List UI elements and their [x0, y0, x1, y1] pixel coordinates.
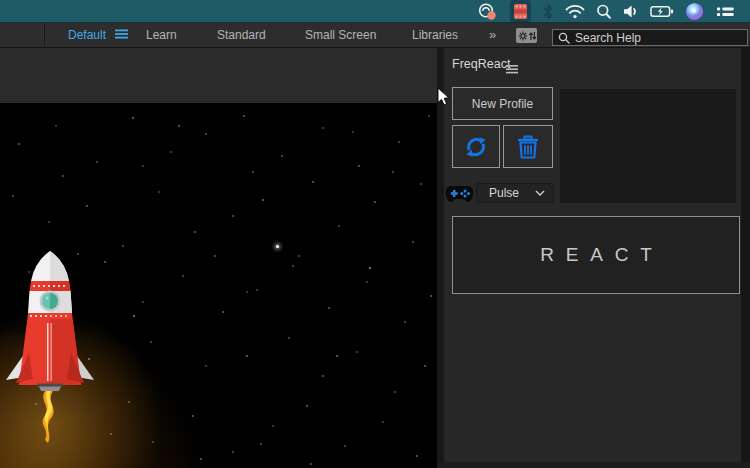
tab-small-screen[interactable]: Small Screen	[305, 23, 376, 48]
star	[142, 165, 144, 167]
star	[152, 441, 154, 443]
star	[336, 355, 338, 357]
star	[194, 231, 196, 233]
react-display: REACT	[452, 216, 740, 294]
star	[96, 161, 98, 163]
panel-menu-icon[interactable]	[506, 60, 518, 78]
workspace-menu-icon[interactable]	[115, 23, 128, 48]
sync-settings-button[interactable]	[516, 28, 537, 43]
star	[394, 391, 396, 393]
star	[344, 445, 346, 447]
star	[412, 241, 414, 243]
star	[132, 117, 134, 119]
star	[178, 125, 180, 127]
star	[232, 215, 234, 217]
cloud-app-icon[interactable]	[477, 0, 499, 23]
star	[182, 275, 184, 277]
tab-learn[interactable]: Learn	[146, 23, 177, 48]
star	[62, 175, 64, 177]
react-display-text: REACT	[528, 244, 663, 266]
star	[222, 311, 224, 313]
profiles-list[interactable]	[560, 89, 736, 203]
star	[200, 458, 202, 460]
star	[158, 191, 160, 193]
app-window: Default Learn Standard Small Screen Libr…	[0, 0, 750, 468]
star	[420, 183, 422, 185]
star	[328, 307, 330, 309]
star	[424, 365, 426, 367]
star	[192, 415, 194, 417]
menubar-status-icons	[477, 0, 736, 23]
star	[298, 255, 300, 257]
new-profile-button[interactable]: New Profile	[452, 87, 553, 120]
star	[428, 115, 430, 117]
search-help-input[interactable]	[575, 31, 742, 45]
star	[430, 295, 432, 297]
star	[322, 127, 324, 129]
star	[369, 267, 371, 269]
tab-standard[interactable]: Standard	[217, 23, 266, 48]
star	[322, 375, 324, 377]
star	[246, 355, 248, 357]
tab-libraries[interactable]: Libraries	[412, 23, 458, 48]
star	[260, 443, 262, 445]
scene-viewport[interactable]	[0, 103, 437, 468]
panel-divider[interactable]	[437, 48, 444, 468]
star	[133, 315, 135, 317]
film-strip-icon[interactable]	[510, 0, 531, 23]
star	[398, 141, 400, 143]
spotlight-search-icon[interactable]	[596, 0, 612, 23]
star	[366, 281, 368, 283]
divider	[44, 23, 45, 48]
star	[352, 131, 354, 133]
wifi-icon[interactable]	[565, 0, 585, 23]
star	[48, 221, 50, 223]
star	[232, 451, 234, 453]
star	[142, 301, 144, 303]
star	[122, 245, 124, 247]
star	[312, 181, 314, 183]
star	[374, 201, 376, 203]
panel-right-edge	[741, 48, 750, 468]
battery-charging-icon[interactable]	[650, 0, 674, 23]
star	[104, 261, 106, 263]
star	[256, 289, 258, 291]
gamepad-icon	[445, 184, 474, 208]
bluetooth-icon[interactable]	[542, 0, 554, 23]
star	[252, 171, 254, 173]
volume-icon[interactable]	[623, 0, 639, 23]
tab-default-label: Default	[68, 28, 106, 42]
star	[205, 133, 207, 135]
workspace-overflow-chevron[interactable]: »	[489, 23, 497, 48]
profile-dropdown-value: Pulse	[489, 186, 535, 200]
refresh-icon	[462, 133, 490, 161]
star	[110, 433, 112, 435]
star	[356, 351, 358, 353]
star	[306, 405, 308, 407]
star	[150, 341, 152, 343]
star	[358, 165, 360, 167]
panel-title: FreqReact	[452, 57, 510, 71]
tab-default[interactable]: Default	[68, 23, 128, 48]
siri-icon[interactable]	[685, 0, 704, 23]
workspace-bar: Default Learn Standard Small Screen Libr…	[0, 23, 750, 48]
star	[382, 421, 384, 423]
star	[338, 225, 340, 227]
macos-menubar	[0, 0, 750, 23]
star	[416, 455, 418, 457]
notification-list-icon[interactable]	[715, 0, 736, 23]
refresh-button[interactable]	[452, 125, 500, 168]
chevron-down-icon	[535, 190, 545, 196]
star	[288, 337, 290, 339]
trash-icon	[515, 133, 541, 161]
star	[292, 265, 294, 267]
help-search-box	[552, 29, 748, 46]
star	[18, 143, 20, 145]
search-icon	[558, 32, 570, 44]
profile-dropdown[interactable]: Pulse	[476, 183, 554, 203]
star	[86, 205, 88, 207]
rocket-puppet	[2, 249, 98, 445]
star	[272, 425, 274, 427]
delete-profile-button[interactable]	[503, 125, 553, 168]
star	[214, 255, 216, 257]
